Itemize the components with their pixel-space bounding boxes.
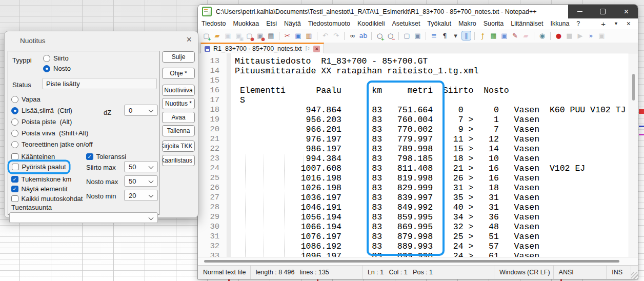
- zoom-out-icon[interactable]: ○−: [386, 31, 395, 40]
- document-edit-icon[interactable]: ✎: [511, 31, 519, 40]
- horizontal-scrollbar-thumb[interactable]: [204, 260, 619, 263]
- kaanteinen-checkbox-row[interactable]: Käänteinen: [11, 153, 55, 160]
- toleranssi-checkbox-row[interactable]: ✓ Toleranssi: [86, 153, 126, 160]
- toolbar-caret-icon[interactable]: ▾: [451, 31, 460, 40]
- radio-unselected[interactable]: [43, 55, 50, 62]
- horizontal-scrollbar[interactable]: [198, 257, 638, 266]
- pin-icon[interactable]: ⚐: [305, 45, 310, 52]
- mode-radio-3[interactable]: Poista viiva (Shift+Alt): [11, 129, 88, 137]
- radio-selected[interactable]: [11, 107, 18, 114]
- document-map-icon[interactable]: ▣: [500, 31, 509, 40]
- tab-list-caret-icon[interactable]: ▼: [614, 21, 618, 26]
- replace-icon[interactable]: ab: [359, 31, 368, 40]
- menu-tiedosto[interactable]: Tiedosto: [198, 20, 229, 27]
- checkbox-checked[interactable]: ✓: [11, 186, 18, 193]
- button-kaarilistaus[interactable]: Kaarilistaus *: [162, 155, 195, 166]
- resize-grip[interactable]: [631, 272, 638, 279]
- radio-unselected[interactable]: [11, 118, 18, 126]
- button-sulje[interactable]: Sulje: [162, 51, 195, 63]
- word-wrap-icon[interactable]: ≡: [430, 31, 438, 40]
- macro-run-multiple-icon[interactable]: »: [587, 31, 595, 40]
- macro-stop-icon[interactable]: ■: [565, 31, 574, 40]
- menu-koodikieli[interactable]: Koodikieli: [354, 20, 389, 27]
- folder-workspace-icon[interactable]: ▦: [489, 31, 498, 40]
- paste-icon[interactable]: ▥: [305, 31, 313, 40]
- close-button[interactable]: ×: [615, 5, 638, 18]
- button-ohje[interactable]: Ohje *: [162, 68, 195, 79]
- function-list-icon[interactable]: ƒ: [478, 31, 487, 40]
- dialog-close-icon[interactable]: ×: [186, 34, 192, 45]
- close-all-icon[interactable]: ▣●: [256, 31, 265, 40]
- mode-radio-2[interactable]: Poista piste (Alt): [11, 118, 72, 126]
- copy-icon[interactable]: ▣: [294, 31, 303, 40]
- radio-unselected[interactable]: [11, 96, 18, 103]
- radio-selected[interactable]: [43, 65, 50, 72]
- save-icon[interactable]: ▣: [224, 31, 232, 40]
- type-radio-nosto[interactable]: Nosto: [43, 65, 71, 72]
- tab-file[interactable]: R1_83+700 - 85+700_notes.txt ⚐ ×: [200, 43, 324, 53]
- button-avaa[interactable]: Avaa: [162, 112, 195, 123]
- macro-play-icon[interactable]: ▶: [576, 31, 585, 40]
- menu-?[interactable]: ?: [573, 20, 583, 27]
- cut-icon[interactable]: ✂: [283, 31, 292, 40]
- minimize-button[interactable]: [568, 5, 591, 18]
- macro-save-icon[interactable]: ▣: [597, 31, 606, 40]
- menu-liitnniset[interactable]: Liitännäiset: [507, 20, 547, 27]
- checkbox-row-1[interactable]: ✓Tukemiskone km: [11, 175, 71, 183]
- spinner-combo-1[interactable]: 50: [124, 175, 158, 187]
- kaanteinen-checkbox[interactable]: [11, 153, 18, 160]
- tab-close-icon[interactable]: ×: [313, 46, 320, 52]
- checkbox-row-2[interactable]: ✓Näytä elementit: [11, 185, 68, 193]
- menu-nyt[interactable]: Näytä: [280, 20, 305, 27]
- menu-tykalut[interactable]: Työkalut: [424, 20, 455, 27]
- zoom-in-icon[interactable]: ○+: [375, 31, 384, 40]
- spinner-combo-0[interactable]: 50: [124, 161, 158, 172]
- folder-close-icon[interactable]: ▰: [521, 31, 530, 40]
- mode-radio-1[interactable]: Lisää,siirrä (Ctrl): [11, 107, 72, 114]
- new-file-icon[interactable]: ▢+: [202, 31, 211, 40]
- checkbox-checked[interactable]: ✓: [11, 176, 18, 183]
- print-icon[interactable]: ▤: [267, 31, 275, 40]
- sync-vertical-scroll-icon[interactable]: ▢: [402, 31, 411, 40]
- spinner-combo-2[interactable]: 20: [124, 190, 158, 201]
- menu-muokkaa[interactable]: Muokkaa: [229, 20, 263, 27]
- menu-ikkuna[interactable]: Ikkuna: [547, 20, 573, 27]
- menu-suorita[interactable]: Suorita: [480, 20, 508, 27]
- show-all-chars-icon[interactable]: ¶: [440, 31, 449, 40]
- menu-asetukset[interactable]: Asetukset: [388, 20, 424, 27]
- menu-etsi[interactable]: Etsi: [263, 20, 280, 27]
- close-file-icon[interactable]: ▢●: [245, 31, 254, 40]
- status-field[interactable]: Piste lisätty: [42, 78, 157, 89]
- save-all-icon[interactable]: ▣▣: [234, 31, 243, 40]
- macro-record-icon[interactable]: ●: [554, 31, 563, 40]
- close-tab-x-icon[interactable]: ×: [627, 19, 631, 28]
- button-nuotitus[interactable]: Nuotitus *: [162, 98, 195, 109]
- checkbox-unchecked[interactable]: [11, 195, 18, 203]
- radio-unselected[interactable]: [11, 130, 18, 137]
- new-tab-plus-icon[interactable]: +: [601, 19, 606, 28]
- mode-radio-0[interactable]: Vapaa: [11, 95, 41, 103]
- find-icon[interactable]: ∞: [348, 31, 357, 40]
- menu-makro[interactable]: Makro: [455, 20, 480, 27]
- type-radio-siirto[interactable]: Siirto: [43, 54, 69, 62]
- indent-guide-icon[interactable]: ‖: [462, 31, 471, 40]
- toleranssi-checkbox[interactable]: ✓: [86, 153, 93, 160]
- radio-unselected[interactable]: [11, 141, 18, 148]
- document-peek-eye-icon[interactable]: ◉: [538, 31, 547, 40]
- checkbox-unchecked[interactable]: [12, 164, 19, 171]
- redo-icon[interactable]: ↷: [332, 31, 340, 40]
- button-nuottiviiva[interactable]: Nuottiviiva: [162, 85, 195, 96]
- maximize-button[interactable]: [591, 5, 614, 18]
- mode-radio-4[interactable]: Teoreettinen jatke on/off: [11, 140, 93, 148]
- dz-combo[interactable]: 0: [124, 105, 158, 116]
- sync-horizontal-scroll-icon[interactable]: ▣: [413, 31, 422, 40]
- button-tallenna[interactable]: Tallenna: [162, 125, 195, 136]
- checkbox-row-3[interactable]: Kaikki muutoskohdat: [11, 195, 83, 203]
- menu-tiedostomuoto[interactable]: Tiedostomuoto: [305, 20, 354, 27]
- open-file-icon[interactable]: ▰: [213, 31, 222, 40]
- vertical-scrollbar-thumb[interactable]: [632, 74, 635, 101]
- vertical-scrollbar[interactable]: [629, 53, 638, 257]
- checkbox-row-0[interactable]: Pyöristä paalut: [9, 162, 69, 172]
- tuentasuunta-combo[interactable]: [9, 212, 158, 223]
- undo-icon[interactable]: ↶: [321, 31, 330, 40]
